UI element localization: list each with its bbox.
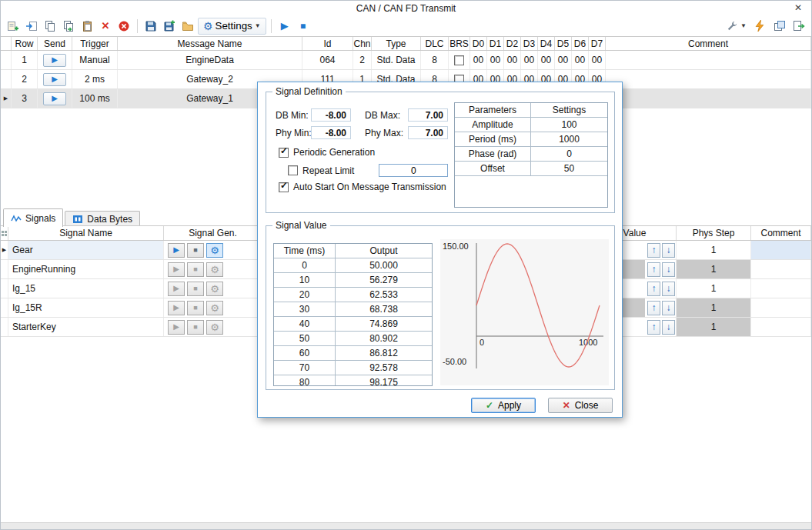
- signal-stop-button[interactable]: ■: [187, 243, 204, 258]
- value-down-button[interactable]: ↓: [662, 282, 675, 296]
- window-title: CAN / CAN FD Transmit: [356, 3, 456, 14]
- time-cell: 20: [274, 288, 336, 302]
- value-down-button[interactable]: ↓: [662, 262, 675, 277]
- close-window-button[interactable]: ✕: [792, 2, 804, 14]
- signal-play-button[interactable]: ▶: [168, 243, 185, 258]
- signal-generator-button[interactable]: ⚙: [206, 320, 223, 335]
- time-cell: 50: [274, 332, 336, 346]
- send-button[interactable]: ▶: [43, 54, 66, 67]
- value-up-button[interactable]: ↑: [647, 320, 660, 335]
- trigger-button[interactable]: [751, 18, 769, 35]
- wrench-icon: [727, 20, 738, 32]
- phys-step-cell: 1: [677, 260, 751, 278]
- signal-play-button[interactable]: ▶: [168, 262, 185, 277]
- cross-icon: ✕: [563, 400, 570, 411]
- apply-button[interactable]: ✓ Apply: [471, 398, 536, 413]
- save-new-button[interactable]: [161, 18, 178, 35]
- periodic-generation-checkbox[interactable]: ✓: [279, 148, 289, 158]
- group-title: Signal Definition: [272, 86, 346, 97]
- value-down-button[interactable]: ↓: [662, 301, 675, 315]
- parameter-value-cell[interactable]: 50: [531, 162, 607, 176]
- add-frame-icon: [7, 20, 19, 32]
- repeat-limit-input[interactable]: [379, 164, 448, 177]
- time-cell: 0: [274, 258, 336, 273]
- close-dialog-button[interactable]: ✕ Close: [548, 398, 613, 413]
- signal-play-button[interactable]: ▶: [168, 320, 185, 335]
- save-button[interactable]: [142, 18, 159, 35]
- parameter-value-cell[interactable]: 100: [531, 118, 607, 132]
- tab-data-bytes[interactable]: Data Bytes: [65, 211, 140, 227]
- signal-stop-button[interactable]: ■: [187, 301, 204, 315]
- repeat-limit-checkbox[interactable]: [288, 165, 298, 175]
- stop-transmit-button[interactable]: ■: [295, 18, 312, 35]
- start-transmit-button[interactable]: ▶: [276, 18, 293, 35]
- value-up-button[interactable]: ↑: [647, 282, 660, 296]
- toolbar-separator: [137, 19, 138, 33]
- value-down-button[interactable]: ↓: [662, 320, 675, 335]
- signal-name-cell: StarterKey: [8, 318, 164, 336]
- value-down-button[interactable]: ↓: [662, 243, 675, 258]
- value-up-button[interactable]: ↑: [647, 243, 660, 258]
- signal-generator-button[interactable]: ⚙: [206, 243, 223, 258]
- chart-canvas: 150.00 -50.00 0 1000: [440, 239, 609, 385]
- tools-dropdown-button[interactable]: ▼: [724, 18, 749, 35]
- save-icon: [145, 20, 157, 32]
- col-header-d4: D4: [538, 37, 555, 50]
- col-header-send: Send: [38, 37, 72, 50]
- data-byte-cell: 00: [572, 51, 589, 69]
- signal-value-group: Signal Value Time (ms) Output 050.000105…: [266, 225, 615, 390]
- comment-cell: [751, 279, 811, 298]
- col-header-id: Id: [302, 37, 353, 50]
- open-button[interactable]: [179, 18, 196, 35]
- signal-play-button[interactable]: ▶: [168, 282, 185, 296]
- signal-generator-button[interactable]: ⚙: [206, 262, 223, 277]
- export-log-button[interactable]: [790, 18, 807, 35]
- parameter-value-cell[interactable]: 0: [531, 147, 607, 162]
- auto-start-checkbox[interactable]: ✓: [279, 182, 289, 192]
- signal-play-button[interactable]: ▶: [168, 301, 185, 315]
- signal-name-cell: Gear: [8, 241, 164, 259]
- grid-icon: [2, 231, 7, 236]
- col-header-dlc: DLC: [421, 37, 449, 50]
- row-marker-cell: [1, 51, 12, 69]
- signal-stop-button[interactable]: ■: [187, 282, 204, 296]
- message-row[interactable]: 1▶ManualEngineData0642Std. Data800000000…: [1, 51, 811, 70]
- row-marker-cell: ▶: [1, 241, 8, 259]
- waveform-icon: [11, 214, 22, 223]
- parameters-table: Parameters Settings: [455, 103, 607, 118]
- send-button[interactable]: ▶: [43, 92, 66, 105]
- auto-start-row: ✓ Auto Start On Message Transmission: [279, 182, 446, 192]
- signal-generator-button[interactable]: ⚙: [206, 301, 223, 315]
- settings-button[interactable]: ⚙ Settings ▼: [198, 18, 266, 35]
- send-button[interactable]: ▶: [43, 73, 66, 86]
- repeat-limit-label: Repeat Limit: [302, 165, 354, 176]
- delete-button[interactable]: ✕: [97, 18, 114, 35]
- tab-signals[interactable]: Signals: [3, 208, 63, 227]
- db-min-label: DB Min:: [276, 110, 309, 121]
- check-icon: ✓: [280, 181, 288, 190]
- signal-gen-cell: ▶■⚙: [164, 279, 262, 298]
- phy-min-value: -8.00: [311, 126, 351, 139]
- parameter-value-cell[interactable]: 1000: [531, 132, 607, 147]
- y-min-tick-label: -50.00: [443, 357, 466, 366]
- up-arrow-icon: ↑: [652, 245, 657, 255]
- col-header-signal-gen: Signal Gen.: [164, 226, 262, 240]
- brs-checkbox[interactable]: [454, 55, 464, 65]
- add-frame-button[interactable]: [5, 18, 22, 35]
- new-window-button[interactable]: [771, 18, 788, 35]
- play-icon: ▶: [173, 323, 179, 331]
- up-arrow-icon: ↑: [652, 322, 657, 332]
- paste-button[interactable]: [79, 18, 95, 35]
- col-header-chn: Chn: [353, 37, 372, 50]
- copy-special-button[interactable]: [60, 18, 77, 35]
- copy-button[interactable]: [42, 18, 58, 35]
- signal-value-rows: 050.0001056.2792062.5333068.7384074.8695…: [274, 258, 432, 386]
- value-up-button[interactable]: ↑: [647, 262, 660, 277]
- value-up-button[interactable]: ↑: [647, 301, 660, 315]
- signal-generator-button[interactable]: ⚙: [206, 282, 223, 296]
- signal-stop-button[interactable]: ■: [187, 262, 204, 277]
- clear-all-button[interactable]: [115, 18, 132, 35]
- signal-stop-button[interactable]: ■: [187, 320, 204, 335]
- import-frame-button[interactable]: [23, 18, 40, 35]
- stop-icon: ■: [300, 22, 306, 31]
